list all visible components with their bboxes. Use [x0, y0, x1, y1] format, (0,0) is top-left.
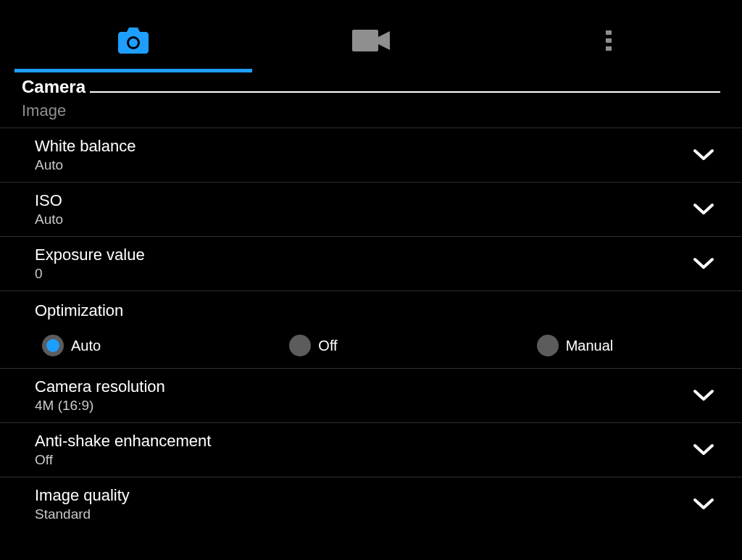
row-antishake[interactable]: Anti-shake enhancement Off [0, 422, 742, 477]
label: Anti-shake enhancement [35, 432, 693, 451]
svg-rect-3 [606, 30, 612, 35]
section-title: Camera [22, 77, 86, 97]
chevron-down-icon [693, 498, 714, 511]
value: 0 [35, 266, 693, 282]
more-icon [605, 30, 612, 51]
row-optimization: Optimization [0, 291, 742, 327]
subsection-title: Image [0, 97, 742, 128]
label: Camera resolution [35, 377, 693, 396]
svg-rect-2 [352, 30, 378, 51]
value: 4M (16:9) [35, 398, 693, 414]
chevron-down-icon [693, 389, 714, 402]
label: White balance [35, 137, 693, 156]
camera-icon [118, 28, 149, 54]
optimization-radio-group: Auto Off Manual [0, 327, 742, 369]
label: ISO [35, 191, 693, 210]
svg-rect-5 [606, 46, 612, 51]
value: Auto [35, 212, 693, 227]
row-image-quality[interactable]: Image quality Standard [0, 477, 742, 531]
radio-label: Off [318, 338, 337, 354]
row-white-balance[interactable]: White balance Auto [0, 128, 742, 182]
row-iso[interactable]: ISO Auto [0, 182, 742, 236]
tab-more[interactable] [490, 14, 728, 72]
chevron-down-icon [693, 257, 714, 270]
divider [90, 91, 720, 93]
settings-list: White balance Auto ISO Auto Exposure val… [0, 128, 742, 531]
value: Off [35, 452, 693, 468]
video-icon [352, 30, 390, 51]
tab-video[interactable] [252, 14, 490, 72]
radio-option-manual[interactable]: Manual [495, 335, 742, 356]
chevron-down-icon [693, 443, 714, 456]
chevron-down-icon [693, 149, 714, 162]
tab-photo[interactable] [14, 14, 252, 72]
section-header: Camera [0, 72, 742, 97]
label: Exposure value [35, 246, 693, 264]
row-resolution[interactable]: Camera resolution 4M (16:9) [0, 369, 742, 422]
radio-label: Manual [566, 338, 614, 354]
row-exposure[interactable]: Exposure value 0 [0, 236, 742, 291]
value: Standard [35, 506, 693, 522]
label: Optimization [35, 301, 714, 320]
chevron-down-icon [693, 203, 714, 216]
radio-icon [537, 335, 559, 356]
label: Image quality [35, 486, 693, 505]
radio-icon [289, 335, 311, 356]
svg-point-1 [129, 38, 138, 47]
radio-option-auto[interactable]: Auto [0, 335, 247, 356]
svg-rect-4 [606, 38, 612, 43]
value: Auto [35, 157, 693, 173]
radio-label: Auto [71, 338, 101, 354]
radio-icon [42, 335, 64, 356]
radio-option-off[interactable]: Off [247, 335, 494, 356]
mode-tabs [14, 0, 728, 72]
